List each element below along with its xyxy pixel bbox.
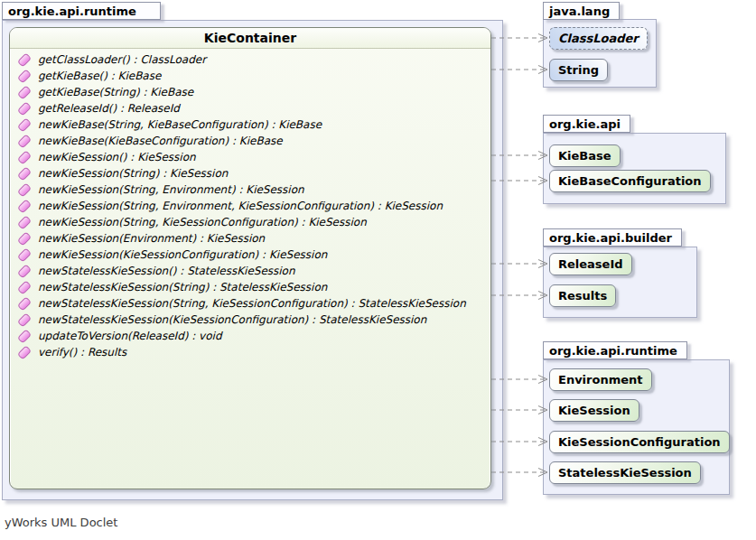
- method-signature: getKieBase(String) : KieBase: [38, 86, 193, 98]
- method-list: getClassLoader() : ClassLoader getKieBas…: [10, 49, 490, 360]
- method-icon: [17, 329, 32, 343]
- method-row[interactable]: newKieBase(KieBaseConfiguration) : KieBa…: [10, 133, 490, 149]
- method-signature: updateToVersion(ReleaseId) : void: [38, 330, 222, 342]
- method-icon: [17, 215, 32, 229]
- class-chip-kiesession[interactable]: KieSession: [549, 399, 639, 422]
- method-icon: [17, 52, 32, 67]
- method-signature: newStatelessKieSession(String) : Statele…: [38, 281, 327, 293]
- method-signature: getClassLoader() : ClassLoader: [38, 53, 206, 66]
- method-signature: newKieSession(Environment) : KieSession: [38, 232, 265, 245]
- package-tab-org-kie-api: org.kie.api: [543, 115, 630, 133]
- package-tab-org-kie-api-runtime: org.kie.api.runtime: [543, 341, 687, 359]
- method-row[interactable]: newKieSession(KieSessionConfiguration) :…: [10, 247, 490, 263]
- method-icon: [17, 199, 32, 213]
- method-icon: [17, 134, 32, 148]
- method-icon: [17, 247, 32, 262]
- method-row[interactable]: newKieSession(String) : KieSession: [10, 165, 490, 182]
- method-row[interactable]: newStatelessKieSession() : StatelessKieS…: [10, 263, 490, 279]
- class-chip-string[interactable]: String: [549, 59, 608, 81]
- method-row[interactable]: newStatelessKieSession(KieSessionConfigu…: [10, 312, 490, 328]
- kiecontainer-class-box: KieContainer getClassLoader() : ClassLoa…: [9, 27, 491, 489]
- method-signature: newKieSession(KieSessionConfiguration) :…: [38, 248, 327, 261]
- doclet-credit-text: yWorks UML Doclet: [5, 516, 117, 529]
- method-signature: newKieSession(String) : KieSession: [38, 167, 228, 180]
- method-row[interactable]: newKieSession(String, Environment, KieSe…: [10, 198, 490, 214]
- method-row[interactable]: updateToVersion(ReleaseId) : void: [10, 328, 490, 344]
- class-chip-environment[interactable]: Environment: [549, 368, 652, 391]
- package-tab-org-kie-api-builder: org.kie.api.builder: [543, 228, 682, 247]
- method-row[interactable]: newKieBase(String, KieBaseConfiguration)…: [10, 116, 490, 133]
- method-signature: newKieSession() : KieSession: [38, 151, 196, 163]
- method-icon: [17, 296, 32, 311]
- method-row[interactable]: newKieSession() : KieSession: [10, 149, 490, 165]
- method-row[interactable]: verify() : Results: [10, 344, 490, 360]
- uml-diagram: org.kie.api.runtime KieContainer getClas…: [0, 0, 756, 540]
- method-row[interactable]: getClassLoader() : ClassLoader: [10, 51, 490, 68]
- package-body-org-kie-api: [543, 133, 726, 204]
- method-row[interactable]: newKieSession(Environment) : KieSession: [10, 230, 490, 247]
- method-signature: newKieSession(String, Environment, KieSe…: [38, 200, 443, 212]
- method-icon: [17, 101, 32, 116]
- class-chip-releaseid[interactable]: ReleaseId: [549, 253, 632, 275]
- package-tab-org-kie-api-runtime-main: org.kie.api.runtime: [2, 2, 161, 20]
- method-signature: newKieBase(String, KieBaseConfiguration)…: [38, 118, 322, 131]
- method-signature: newKieBase(KieBaseConfiguration) : KieBa…: [38, 135, 283, 147]
- class-title: KieContainer: [10, 28, 490, 49]
- method-row[interactable]: getReleaseId() : ReleaseId: [10, 100, 490, 116]
- method-icon: [17, 345, 32, 359]
- method-icon: [17, 231, 32, 246]
- method-icon: [17, 264, 32, 278]
- method-icon: [17, 280, 32, 294]
- method-row[interactable]: newKieSession(String, Environment) : Kie…: [10, 182, 490, 198]
- method-icon: [17, 166, 32, 181]
- class-chip-kiebaseconfiguration[interactable]: KieBaseConfiguration: [549, 170, 711, 192]
- method-row[interactable]: newStatelessKieSession(String, KieSessio…: [10, 295, 490, 312]
- method-signature: getKieBase() : KieBase: [38, 70, 161, 82]
- class-chip-classloader[interactable]: ClassLoader: [549, 27, 648, 50]
- method-signature: newStatelessKieSession(String, KieSessio…: [38, 297, 466, 310]
- method-signature: newKieSession(String, KieSessionConfigur…: [38, 216, 367, 228]
- class-chip-kiebase[interactable]: KieBase: [549, 144, 621, 167]
- class-chip-kiesessionconfiguration[interactable]: KieSessionConfiguration: [549, 431, 730, 453]
- class-chip-results[interactable]: Results: [549, 284, 616, 307]
- method-icon: [17, 150, 32, 164]
- method-icon: [17, 85, 32, 99]
- method-row[interactable]: getKieBase(String) : KieBase: [10, 84, 490, 100]
- method-signature: newStatelessKieSession(KieSessionConfigu…: [38, 313, 426, 326]
- method-row[interactable]: newStatelessKieSession(String) : Statele…: [10, 279, 490, 295]
- method-row[interactable]: getKieBase() : KieBase: [10, 68, 490, 84]
- method-icon: [17, 69, 32, 83]
- method-icon: [17, 117, 32, 132]
- method-signature: newKieSession(String, Environment) : Kie…: [38, 183, 304, 196]
- method-icon: [17, 312, 32, 327]
- method-signature: newStatelessKieSession() : StatelessKieS…: [38, 265, 295, 277]
- class-chip-statelesskiesession[interactable]: StatelessKieSession: [549, 461, 701, 484]
- package-tab-java-lang: java.lang: [543, 2, 620, 20]
- method-signature: getReleaseId() : ReleaseId: [38, 102, 180, 115]
- method-signature: verify() : Results: [38, 346, 126, 358]
- method-row[interactable]: newKieSession(String, KieSessionConfigur…: [10, 214, 490, 230]
- method-icon: [17, 182, 32, 197]
